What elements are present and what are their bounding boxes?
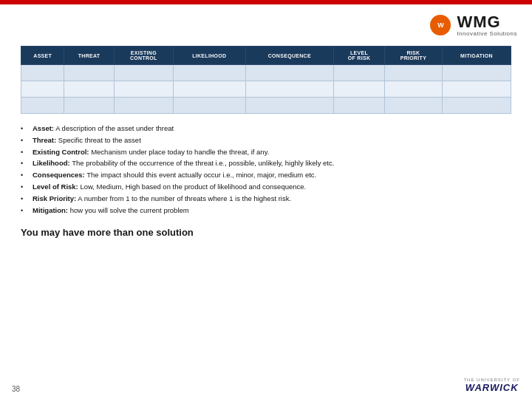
col-header-threat: THREAT [64,47,114,65]
bullet-dot: • [21,171,30,180]
table-header-row: ASSET THREAT EXISTINGCONTROL LIKELIHOOD … [21,47,511,65]
footer: 38 THE UNIVERSITY OF WARWICK [0,378,532,393]
bullet-text: Mitigation: how you will solve the curre… [33,206,511,216]
bullet-text: Consequences: The impact should this eve… [33,171,511,180]
bullet-dot: • [21,136,30,145]
warwick-logo: THE UNIVERSITY OF WARWICK [463,378,520,393]
bullet-list: • Asset: A description of the asset unde… [0,114,532,216]
logo-subtitle: Innovative Solutions [457,30,517,37]
logo-text: WMG Innovative Solutions [457,14,517,37]
bullet-item: • Threat: Specific threat to the asset [21,136,511,146]
col-header-risk-priority: RISKPRIORITY [384,47,442,65]
bullet-dot: • [21,206,30,215]
col-header-mitigation: MITIGATION [442,47,511,65]
table-row [21,98,511,114]
col-header-asset: ASSET [21,47,64,65]
risk-table: ASSET THREAT EXISTINGCONTROL LIKELIHOOD … [21,46,511,114]
col-header-consequence: CONSEQUENCE [245,47,334,65]
bullet-text: Level of Risk: Low, Medium, High based o… [33,183,511,192]
bullet-item: • Asset: A description of the asset unde… [21,124,511,134]
bullet-text: Asset: A description of the asset under … [33,124,511,134]
bullet-text: Threat: Specific threat to the asset [33,136,511,146]
bullet-item: • Risk Priority: A number from 1 to the … [21,194,511,204]
bullet-item: • Mitigation: how you will solve the cur… [21,206,511,216]
bullet-item: • Existing Control: Mechanism under plac… [21,148,511,157]
bullet-text: Risk Priority: A number from 1 to the nu… [33,194,511,204]
bullet-item: • Consequences: The impact should this e… [21,171,511,180]
bullet-text: Existing Control: Mechanism under place … [33,148,511,157]
col-header-likelihood: LIKELIHOOD [173,47,245,65]
bullet-dot: • [21,194,30,203]
bullet-dot: • [21,183,30,191]
bullet-text: Likelihood: The probability of the occur… [33,159,511,168]
bullet-dot: • [21,159,30,168]
table-row [21,65,511,81]
risk-table-section: ASSET THREAT EXISTINGCONTROL LIKELIHOOD … [0,46,532,114]
conclusion-text: You may have more than one solution [0,218,532,238]
bullet-item: • Level of Risk: Low, Medium, High based… [21,183,511,192]
header: W WMG Innovative Solutions [0,4,532,43]
table-row [21,81,511,98]
col-header-existing-control: EXISTINGCONTROL [114,47,173,65]
logo-container: W WMG Innovative Solutions [430,14,517,37]
page-number: 38 [12,385,20,393]
bullet-item: • Likelihood: The probability of the occ… [21,159,511,168]
bullet-dot: • [21,148,30,157]
wmg-wordmark: WMG [457,14,500,30]
wmg-circle-icon: W [430,15,451,35]
bullet-dot: • [21,124,30,133]
col-header-level-of-risk: LEVELOF RISK [334,47,385,65]
university-name: WARWICK [466,382,519,393]
